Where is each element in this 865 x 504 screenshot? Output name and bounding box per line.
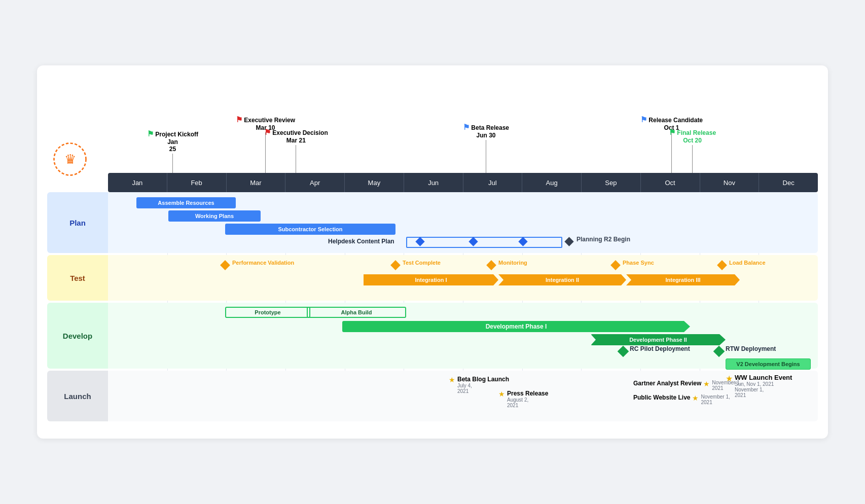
test-label: Test xyxy=(47,255,108,301)
month-oct: Oct xyxy=(641,173,700,192)
dev-phase-2-bar[interactable]: Development Phase II xyxy=(591,334,726,345)
dev-phase-1-bar[interactable]: Development Phase I xyxy=(342,321,690,332)
public-web-event: Public Website Live ★ November 1,2021 xyxy=(633,394,730,405)
month-aug: Aug xyxy=(522,173,582,192)
plan-content: Assemble Resources Working Plans Subcont… xyxy=(108,192,818,253)
milestone-project-kickoff: ⚑ Project KickoffJan25 xyxy=(147,129,198,173)
load-balance-label: Load Balance xyxy=(729,260,766,266)
working-plans-bar[interactable]: Working Plans xyxy=(168,210,261,222)
month-bar: Jan Feb Mar Apr May Jun Jul Aug Sep Oct … xyxy=(108,173,818,192)
month-apr: Apr xyxy=(285,173,345,192)
diamond-perf-val xyxy=(220,260,230,270)
diamond-rtw xyxy=(713,346,725,357)
plan-label: Plan xyxy=(47,192,108,253)
diamond-monitoring xyxy=(486,260,496,270)
rtw-label: RTW Deployment xyxy=(726,345,776,352)
test-row: Test Performance Validation Test Complet… xyxy=(108,255,818,301)
month-jan: Jan xyxy=(108,173,167,192)
ww-launch-label: WW Launch Event xyxy=(735,374,792,381)
public-web-label: Public Website Live xyxy=(633,394,690,401)
rc-pilot-label: RC Pilot Deployment xyxy=(630,345,690,352)
test-complete-label: Test Complete xyxy=(403,260,441,266)
diamond-rc-pilot xyxy=(618,346,629,357)
helpdesk-content-plan-label: Helpdesk Content Plan xyxy=(328,238,394,245)
develop-label: Develop xyxy=(47,303,108,369)
launch-content: ★ Beta Blog Launch July 4,2021 ★ Press R… xyxy=(108,371,818,421)
month-sep: Sep xyxy=(582,173,641,192)
develop-content: Prototype Alpha Build Development Phase … xyxy=(108,303,818,369)
month-may: May xyxy=(345,173,404,192)
ww-launch-event: ★ WW Launch Event Sun, Nov 1, 2021Novemb… xyxy=(726,374,792,398)
diamond-test-complete xyxy=(390,260,401,270)
month-nov: Nov xyxy=(700,173,760,192)
planning-r2-label: Planning R2 Begin xyxy=(576,236,630,243)
plan-row: Plan Assemble Resources Working Plans Su… xyxy=(108,192,818,253)
assemble-resources-bar[interactable]: Assemble Resources xyxy=(136,197,236,208)
gartner-label: Gartner Analyst Review xyxy=(633,380,701,387)
diamond-phase-sync xyxy=(610,260,621,270)
milestone-project-kickoff-label: ⚑ Project KickoffJan25 xyxy=(147,129,198,153)
month-feb: Feb xyxy=(167,173,227,192)
milestone-final-release: ⚑ Final ReleaseOct 20 xyxy=(669,128,716,173)
milestone-executive-decision-label: ⚑ Executive DecisionMar 21 xyxy=(264,128,328,144)
month-jun: Jun xyxy=(404,173,463,192)
alpha-build-bar[interactable]: Alpha Build xyxy=(307,307,406,318)
integration-1-bar[interactable]: Integration I xyxy=(364,274,498,285)
perf-val-label: Performance Validation xyxy=(232,260,294,266)
develop-row: Develop Prototype Alpha Build Developmen… xyxy=(108,303,818,369)
press-release-label: Press Release xyxy=(507,390,548,397)
crown-icon: ♛ xyxy=(52,141,88,177)
prototype-bar[interactable]: Prototype xyxy=(225,307,310,318)
chart-container: ♛ ⚑ Project KickoffJan25 ⚑ Executive Rev… xyxy=(37,65,828,439)
milestone-beta-release-label: ⚑ Beta ReleaseJun 30 xyxy=(463,123,509,139)
monitoring-label: Monitoring xyxy=(498,260,527,266)
beta-blog-label: Beta Blog Launch xyxy=(457,376,509,383)
svg-text:♛: ♛ xyxy=(64,152,76,167)
helpdesk-content-plan-bar[interactable] xyxy=(406,237,562,248)
subcontractor-selection-bar[interactable]: Subcontractor Selection xyxy=(225,224,395,235)
integration-3-bar[interactable]: Integration III xyxy=(626,274,740,285)
v2-dev-bar[interactable]: V2 Development Begins xyxy=(726,358,811,370)
milestone-executive-decision: ⚑ Executive DecisionMar 21 xyxy=(264,128,328,173)
diamond-planning-r2 xyxy=(564,237,573,246)
press-release-event: ★ Press Release August 2,2021 xyxy=(498,390,548,408)
timeline-header: ♛ ⚑ Project KickoffJan25 ⚑ Executive Rev… xyxy=(108,81,818,192)
diamond-load-balance xyxy=(717,260,727,270)
month-mar: Mar xyxy=(227,173,286,192)
month-dec: Dec xyxy=(759,173,818,192)
integration-2-bar[interactable]: Integration II xyxy=(498,274,626,285)
month-jul: Jul xyxy=(463,173,523,192)
milestone-final-release-label: ⚑ Final ReleaseOct 20 xyxy=(669,128,716,144)
milestone-beta-release: ⚑ Beta ReleaseJun 30 xyxy=(463,123,509,173)
launch-label: Launch xyxy=(47,371,108,421)
launch-row: Launch ★ Beta Blog Launch July 4,2021 ★ … xyxy=(108,371,818,421)
ww-launch-date: Sun, Nov 1, 2021November 1,2021 xyxy=(735,381,792,398)
test-content: Performance Validation Test Complete Mon… xyxy=(108,255,818,301)
grid-body: Plan Assemble Resources Working Plans Su… xyxy=(108,192,818,421)
phase-sync-label: Phase Sync xyxy=(623,260,654,266)
gartner-event: Gartner Analyst Review ★ November 1,2021 xyxy=(633,380,741,391)
press-release-date: August 2,2021 xyxy=(507,397,548,408)
